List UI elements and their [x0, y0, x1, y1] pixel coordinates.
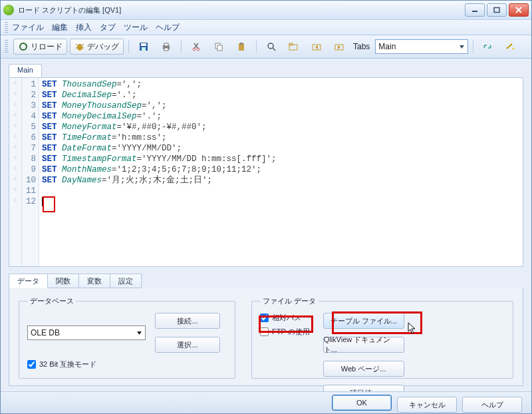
database-legend: データベース	[27, 296, 76, 306]
tab-settings[interactable]: 設定	[110, 274, 142, 288]
database-fieldset: データベース OLE DB 接続... 選択... 32 Bit 互換モード	[19, 296, 235, 379]
save-icon	[138, 41, 149, 52]
menu-grip-icon	[5, 22, 8, 33]
mouse-cursor-icon	[408, 322, 417, 336]
db-driver-combo[interactable]: OLE DB	[27, 325, 146, 340]
relpath-checkbox[interactable]: 相対パス	[260, 313, 310, 323]
reload-button[interactable]: リロード	[13, 39, 67, 55]
svg-rect-12	[142, 47, 146, 51]
title-bar: ロード スクリプトの編集 [QV1]	[1, 1, 531, 20]
tabs-label: Tabs	[353, 42, 370, 51]
tab-data[interactable]: データ	[9, 274, 48, 288]
menu-tab[interactable]: タブ	[100, 22, 116, 33]
bottom-tabstrip: データ 関数 変数 設定	[9, 274, 523, 288]
menu-help[interactable]: ヘルプ	[156, 22, 180, 33]
svg-rect-14	[164, 43, 168, 46]
relpath-checkbox-input[interactable]	[260, 313, 269, 322]
gutter: 123456789101112	[9, 78, 39, 266]
search-icon	[266, 41, 277, 52]
help-button[interactable]: ヘルプ	[462, 397, 522, 413]
menu-edit[interactable]: 編集	[52, 22, 68, 33]
window-title: ロード スクリプトの編集 [QV1]	[18, 5, 465, 15]
window: ロード スクリプトの編集 [QV1] ファイル 編集 挿入 タブ ツール ヘルプ	[0, 0, 532, 414]
ftp-label: FTP の使用	[272, 327, 310, 337]
paste-button[interactable]	[231, 39, 251, 55]
tab-prev-button[interactable]	[307, 39, 327, 55]
maximize-button[interactable]	[487, 3, 507, 17]
copy-button[interactable]	[209, 39, 229, 55]
webpage-button[interactable]: Web ページ...	[323, 361, 404, 377]
copy-icon	[213, 41, 224, 52]
save-button[interactable]	[134, 39, 154, 55]
script-tab-main[interactable]: Main	[9, 64, 42, 77]
debug-button[interactable]: デバッグ	[70, 39, 124, 55]
menu-file[interactable]: ファイル	[12, 22, 44, 33]
menu-insert[interactable]: 挿入	[76, 22, 92, 33]
svg-rect-15	[164, 48, 168, 51]
wizard-button[interactable]	[501, 39, 521, 55]
tab-variable[interactable]: 変数	[79, 274, 110, 288]
client-area: Main 123456789101112 SET ThousandSep=','…	[1, 59, 531, 391]
chevron-down-icon	[136, 330, 142, 336]
ftp-checkbox-input[interactable]	[260, 327, 269, 336]
qvdoc-button[interactable]: QlikView ドキュメント...	[323, 337, 404, 353]
compat-checkbox[interactable]: 32 Bit 互換モード	[27, 359, 227, 369]
tab-add-icon	[289, 41, 299, 52]
fieldval-button[interactable]: 項目値...	[323, 385, 404, 391]
svg-rect-1	[494, 8, 499, 13]
db-driver-value: OLE DB	[31, 328, 60, 337]
tab-next-icon	[334, 41, 344, 52]
bookmark-gutter	[9, 78, 22, 266]
toolbar-grip-icon	[5, 40, 8, 53]
tab-add-button[interactable]	[284, 39, 304, 55]
script-editor[interactable]: 123456789101112 SET ThousandSep=',';SET …	[9, 78, 523, 266]
svg-point-5	[77, 44, 82, 51]
menu-bar: ファイル 編集 挿入 タブ ツール ヘルプ	[1, 20, 531, 35]
cancel-button[interactable]: キャンセル	[397, 397, 457, 413]
link-button[interactable]	[478, 39, 498, 55]
filedata-legend: ファイル データ	[260, 296, 319, 306]
reload-icon	[18, 41, 29, 52]
toolbar: リロード デバッグ Tabs Main	[1, 35, 531, 59]
print-icon	[161, 41, 172, 52]
relpath-label: 相対パス	[272, 313, 301, 323]
close-button[interactable]	[509, 3, 529, 17]
find-button[interactable]	[261, 39, 281, 55]
app-icon	[3, 5, 14, 15]
code-area[interactable]: SET ThousandSep=',';SET DecimalSep='.';S…	[39, 78, 523, 266]
debug-label: デバッグ	[87, 41, 119, 53]
filedata-fieldset: ファイル データ 相対パス FTP の使用 テーブル ファイル...	[251, 296, 513, 379]
chevron-down-icon	[459, 44, 465, 50]
svg-line-7	[82, 44, 84, 45]
svg-point-24	[268, 43, 273, 49]
svg-rect-23	[240, 43, 243, 45]
tablefile-button[interactable]: テーブル ファイル...	[323, 313, 404, 329]
link-icon	[483, 41, 493, 52]
select-button[interactable]: 選択...	[155, 337, 220, 353]
paste-icon	[236, 41, 247, 52]
tabs-combo[interactable]: Main	[375, 39, 468, 54]
svg-line-25	[273, 48, 275, 51]
arrow-sparkle-icon	[505, 41, 516, 52]
compat-label: 32 Bit 互換モード	[39, 359, 96, 369]
ok-button[interactable]: OK	[332, 395, 392, 411]
cut-button[interactable]	[186, 39, 206, 55]
svg-point-30	[513, 48, 515, 50]
footer: OK キャンセル ヘルプ	[1, 391, 531, 413]
compat-checkbox-input[interactable]	[27, 360, 36, 369]
line-numbers: 123456789101112	[22, 78, 39, 266]
connect-button[interactable]: 接続...	[155, 313, 220, 329]
bug-icon	[74, 41, 85, 52]
svg-rect-21	[217, 45, 222, 51]
tab-function[interactable]: 関数	[48, 274, 79, 288]
minimize-button[interactable]	[465, 3, 485, 17]
print-button[interactable]	[156, 39, 176, 55]
menu-tools[interactable]: ツール	[124, 22, 148, 33]
svg-rect-11	[141, 43, 146, 46]
svg-line-6	[76, 44, 77, 45]
editor-frame: 123456789101112 SET ThousandSep=',';SET …	[9, 77, 523, 267]
tab-next-button[interactable]	[329, 39, 349, 55]
ftp-checkbox[interactable]: FTP の使用	[260, 327, 310, 337]
tabs-combo-value: Main	[378, 42, 396, 51]
reload-label: リロード	[31, 41, 63, 53]
